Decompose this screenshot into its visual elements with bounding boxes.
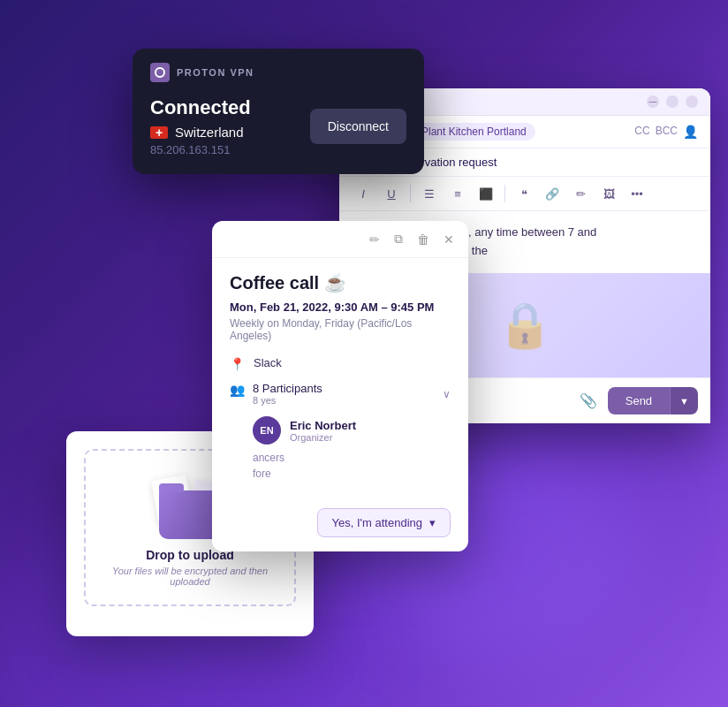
cal-delete-button[interactable]: 🗑 (413, 231, 433, 248)
cal-organizer-avatar: EN (253, 416, 281, 445)
contacts-icon[interactable]: 👤 (683, 125, 698, 139)
cal-organizer-details: Eric Norbert Organizer (290, 419, 356, 443)
email-toolbar: I U ☰ ≡ ⬛ ❝ 🔗 ✏ 🖼 ••• (339, 177, 710, 211)
toolbar-underline-button[interactable]: U (380, 182, 403, 205)
disconnect-button[interactable]: Disconnect (310, 109, 406, 144)
toolbar-more-button[interactable]: ••• (626, 182, 648, 205)
cal-close-button[interactable]: ✕ (440, 231, 458, 248)
cal-event-title: Coffee call ☕ (230, 272, 451, 293)
cal-participants-info: 8 Participants 8 yes (253, 382, 322, 406)
toolbar-separator-1 (410, 185, 411, 202)
cal-location-row: 📍 Slack (230, 356, 451, 371)
vpn-body: Connected Switzerland 85.206.163.151 Dis… (150, 96, 406, 156)
cal-participants-left: 8 Participants 8 yes (253, 382, 322, 406)
cal-organizer-name: Eric Norbert (290, 419, 356, 432)
vpn-country-name: Switzerland (175, 125, 244, 140)
toolbar-separator-2 (504, 185, 505, 202)
window-minimize-button[interactable]: — (647, 95, 659, 108)
cal-copy-button[interactable]: ⧉ (391, 230, 406, 248)
cal-participants-yes: 8 yes (253, 395, 322, 406)
cc-button[interactable]: CC (634, 125, 649, 139)
cal-event-date: Mon, Feb 21, 2022, 9:30 AM – 9:45 PM (230, 300, 451, 314)
toolbar-quote-button[interactable]: ❝ (512, 182, 535, 205)
cal-toolbar: ✏ ⧉ 🗑 ✕ (212, 221, 468, 258)
cc-bcc-controls: CC BCC 👤 (634, 125, 698, 139)
flag-switzerland (150, 126, 168, 139)
send-button[interactable]: Send (608, 387, 670, 414)
cal-edit-button[interactable]: ✏ (366, 231, 383, 248)
window-controls: — ✕ (647, 95, 698, 108)
cal-participants-row: 👥 8 Participants 8 yes ∨ (230, 382, 451, 406)
cal-footer: Yes, I'm attending ▾ (212, 498, 468, 551)
window-close-button[interactable]: ✕ (686, 95, 698, 108)
cal-participants-icon: 👥 (230, 383, 244, 397)
cal-location-text: Slack (254, 356, 282, 369)
cal-more-text-2: fore (253, 468, 451, 480)
vpn-card: PROTON VPN Connected Switzerland 85.206.… (133, 49, 424, 174)
toolbar-link-button[interactable]: 🔗 (541, 182, 564, 205)
proton-logo-icon (155, 67, 165, 78)
upload-subtitle: Your files will be encrypted and then up… (103, 566, 277, 587)
cal-expand-icon[interactable]: ∨ (443, 388, 451, 400)
cal-more-text-1: ancers (253, 452, 451, 464)
vpn-ip: 85.206.163.151 (150, 143, 251, 156)
attach-button[interactable]: 📎 (576, 389, 601, 413)
attending-label: Yes, I'm attending (332, 516, 422, 529)
lock-large-icon: 🔒 (497, 300, 552, 351)
toolbar-bullet-button[interactable]: ☰ (418, 182, 441, 205)
cal-organizer-row: EN Eric Norbert Organizer (253, 416, 451, 445)
toolbar-align-button[interactable]: ⬛ (474, 182, 497, 205)
cal-body: Coffee call ☕ Mon, Feb 21, 2022, 9:30 AM… (212, 258, 468, 498)
window-maximize-button[interactable] (666, 95, 679, 108)
toolbar-draw-button[interactable]: ✏ (569, 182, 592, 205)
cal-participants-count: 8 Participants (253, 382, 322, 395)
vpn-status: Connected (150, 96, 251, 119)
cal-location-icon: 📍 (230, 357, 245, 371)
email-to-recipient: Plant Kitchen Portland (421, 125, 527, 138)
toolbar-numbered-button[interactable]: ≡ (446, 182, 469, 205)
toolbar-italic-button[interactable]: I (352, 182, 375, 205)
vpn-info: Connected Switzerland 85.206.163.151 (150, 96, 251, 156)
cal-event-recurrence: Weekly on Monday, Friday (Pacific/Los An… (230, 317, 451, 342)
vpn-header: PROTON VPN (150, 63, 406, 82)
send-dropdown-button[interactable]: ▼ (670, 387, 698, 414)
attending-select[interactable]: Yes, I'm attending ▾ (317, 508, 451, 537)
vpn-brand-label: PROTON VPN (177, 67, 254, 78)
cal-organizer-role: Organizer (290, 432, 356, 443)
bcc-button[interactable]: BCC (656, 125, 678, 139)
toolbar-image-button[interactable]: 🖼 (597, 182, 620, 205)
cal-participants-header: 8 Participants 8 yes ∨ (253, 382, 451, 406)
calendar-event-card: ✏ ⧉ 🗑 ✕ Coffee call ☕ Mon, Feb 21, 2022,… (212, 221, 468, 551)
proton-logo (150, 63, 170, 82)
send-button-group: Send ▼ (608, 387, 698, 414)
attending-dropdown-icon: ▾ (429, 516, 436, 529)
vpn-country-row: Switzerland (150, 125, 251, 140)
